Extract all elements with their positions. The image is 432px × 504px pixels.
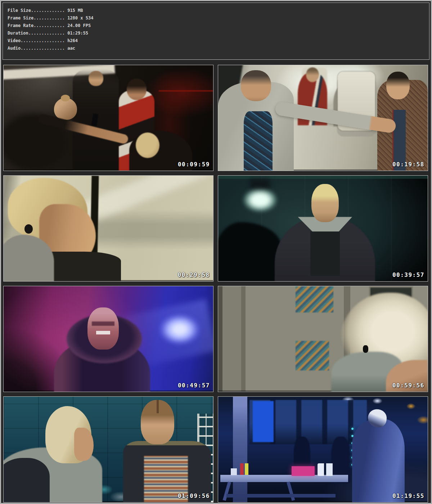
meta-line-audio: Audio................. aac bbox=[8, 45, 429, 52]
timestamp-overlay: 01:09:56 bbox=[178, 492, 210, 499]
meta-line-video: Video................. h264 bbox=[8, 37, 429, 45]
video-frame-7: 01:09:56 bbox=[3, 396, 213, 503]
motorcycle-silhouette bbox=[218, 222, 281, 282]
timestamp-overlay: 00:19:58 bbox=[392, 161, 424, 168]
timestamp-overlay: 01:19:55 bbox=[392, 492, 424, 499]
timestamp-overlay: 00:49:57 bbox=[178, 382, 210, 389]
red-light-line bbox=[159, 90, 213, 91]
brown-haired-head bbox=[141, 400, 174, 444]
video-frame-5: 00:49:57 bbox=[3, 286, 213, 392]
grinning-face bbox=[87, 307, 119, 350]
video-frame-3: 00:29:58 bbox=[3, 175, 213, 282]
dark-tshirt bbox=[310, 231, 339, 276]
video-frame-4: 00:39:57 bbox=[218, 175, 428, 282]
meta-line-frame-size: Frame Size............ 1280 x 534 bbox=[8, 14, 429, 22]
grey-suit-man-silhouette bbox=[218, 82, 294, 171]
timestamp-overlay: 00:09:59 bbox=[178, 161, 210, 168]
video-frame-6: 00:59:56 bbox=[218, 286, 428, 392]
screenshot-grid: 00:09:59 00:19:58 00:29:58 bbox=[1, 61, 431, 504]
blue-lit-man-silhouette bbox=[352, 419, 405, 503]
timestamp-overlay: 00:29:58 bbox=[178, 271, 210, 278]
man-with-phone-silhouette bbox=[73, 69, 119, 171]
timestamp-overlay: 00:39:57 bbox=[392, 271, 424, 278]
timestamp-overlay: 00:59:56 bbox=[392, 382, 424, 389]
dark-jacket-shoulder bbox=[3, 458, 50, 503]
pink-box bbox=[292, 466, 315, 476]
meta-line-file-size: File Size............. 915 MB bbox=[8, 7, 429, 14]
metadata-panel: File Size............. 915 MB Frame Size… bbox=[3, 3, 429, 60]
water-bottles bbox=[318, 463, 334, 476]
patterned-panel bbox=[296, 286, 333, 312]
folding-table bbox=[220, 475, 348, 482]
blue-spotlight bbox=[159, 314, 201, 345]
earbud bbox=[363, 345, 368, 353]
video-frame-1: 00:09:59 bbox=[3, 65, 213, 171]
bench bbox=[226, 494, 336, 498]
condiment-bottles bbox=[240, 463, 248, 475]
meta-line-frame-rate: Frame Rate............ 24.00 FPS bbox=[8, 22, 429, 30]
paper-cup bbox=[231, 468, 237, 475]
video-frame-8: 01:19:55 bbox=[218, 396, 428, 503]
topknot-head bbox=[54, 98, 77, 120]
blond-head bbox=[311, 184, 339, 222]
video-frame-2: 00:19:58 bbox=[218, 65, 428, 171]
patterned-panel bbox=[296, 341, 329, 370]
work-lamp-glow bbox=[243, 188, 277, 211]
meta-line-duration: Duration.............. 01:29:55 bbox=[8, 30, 429, 37]
bright-blue-window bbox=[253, 401, 274, 442]
blond-profile-head bbox=[45, 406, 91, 463]
pillar bbox=[233, 397, 248, 502]
media-info-sheet: File Size............. 915 MB Frame Size… bbox=[0, 0, 432, 504]
